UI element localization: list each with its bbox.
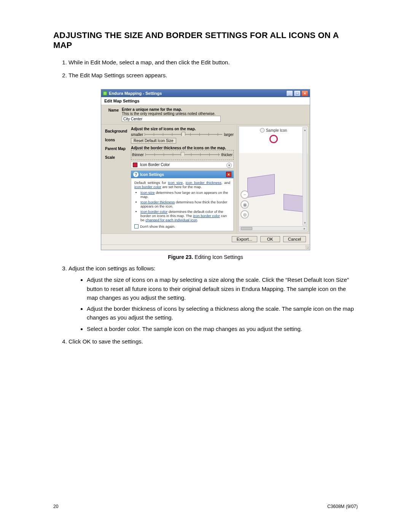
sample-icon-label: Sample Icon — [266, 128, 287, 133]
sample-chip-icon — [260, 128, 264, 133]
map-name-input[interactable] — [122, 116, 221, 122]
link-icon-border-thickness[interactable]: icon border thickness — [186, 181, 221, 185]
help-icon: ? — [133, 172, 139, 177]
link-icon-border-color[interactable]: icon border color — [134, 185, 161, 189]
dialog-header: Edit Map Settings — [101, 97, 310, 105]
instruction-list-cont: Adjust the icon settings as follows: Adj… — [53, 264, 358, 346]
preview-map-bg — [239, 153, 308, 232]
dialog-footer: Export... OK Cancel — [101, 233, 310, 244]
preview-column: Sample Icon + − ◉ ⊕ ▴▾ — [237, 125, 310, 233]
preview-horizontal-scrollbar[interactable]: ◂▸ — [240, 226, 307, 231]
border-color-row[interactable]: Icon Border Color ▾ — [131, 161, 234, 168]
minimize-icon[interactable]: _ — [286, 90, 293, 96]
info-panel-header: ? Icon Settings × — [131, 171, 234, 178]
resize-grip-icon[interactable] — [101, 244, 310, 250]
dont-show-label: Don't show this again. — [140, 224, 175, 228]
border-color-label: Icon Border Color — [140, 163, 170, 167]
nav-scale[interactable]: Scale — [105, 153, 131, 162]
map-preview[interactable]: Sample Icon + − ◉ ⊕ ▴▾ — [239, 126, 308, 232]
thicker-label: thicker — [221, 153, 233, 157]
sample-icon — [269, 135, 278, 143]
window-title: Endura Mapping - Settings — [109, 91, 285, 96]
name-label: Name — [105, 107, 119, 122]
name-instruction: Enter a unique name for the map. — [122, 107, 306, 112]
thinner-label: thinner — [132, 153, 144, 157]
border-color-swatch-icon — [133, 163, 137, 167]
globe-tool-icon[interactable]: ◉ — [241, 200, 249, 209]
doc-id: C3608M (9/07) — [327, 504, 358, 509]
bullet-1: Adjust the size of icons on a map by sel… — [87, 275, 358, 302]
maximize-icon[interactable]: □ — [294, 90, 301, 96]
info-title: Icon Settings — [140, 173, 164, 177]
info-bullet-3: Icon border color determines the default… — [140, 209, 230, 222]
reset-default-icon-size-button[interactable]: Reset Default Icon Size — [131, 138, 176, 144]
settings-dialog: Endura Mapping - Settings _ □ × Edit Map… — [101, 89, 310, 250]
icon-size-title: Adjust the size of icons on the map. — [131, 127, 234, 131]
info-bullet-1: Icon size determines how large an icon a… — [140, 190, 230, 199]
export-button[interactable]: Export... — [232, 236, 257, 242]
name-note: This is the only required setting unless… — [122, 112, 306, 116]
bullet-3: Select a border color. The sample icon o… — [87, 324, 358, 333]
size-smaller-label: smaller — [131, 133, 143, 137]
zoom-out-icon[interactable]: − — [241, 190, 249, 199]
page-footer: 20 C3608M (9/07) — [53, 504, 358, 509]
link-icon-size[interactable]: icon size — [168, 181, 183, 185]
nav-icons[interactable]: Icons — [105, 136, 131, 144]
info-bullet-2: Icon border thickness determines how thi… — [140, 200, 230, 208]
bullet-2: Adjust the border thickness of icons by … — [87, 304, 358, 322]
border-thickness-title: Adjust the border thickness of the icons… — [131, 146, 234, 150]
info-panel-body: Default settings for icon size, icon bor… — [131, 178, 234, 231]
cancel-button[interactable]: Cancel — [283, 236, 306, 242]
titlebar[interactable]: Endura Mapping - Settings _ □ × — [101, 89, 310, 97]
size-larger-label: larger — [224, 133, 234, 137]
step-1: While in Edit Mode, select a map, and th… — [68, 58, 358, 67]
preview-vertical-scrollbar[interactable]: ▴▾ — [303, 127, 307, 225]
instruction-list: While in Edit Mode, select a map, and th… — [53, 58, 358, 80]
border-thickness-slider[interactable] — [145, 152, 220, 157]
icon-size-slider[interactable] — [145, 132, 222, 137]
step-2: The Edit Map Settings screen appears. — [68, 71, 358, 80]
page-number: 20 — [53, 504, 58, 509]
figure-caption: Figure 23. Editing Icon Settings — [53, 254, 358, 260]
nav-parent-map[interactable]: Parent Map — [105, 144, 131, 153]
ok-button[interactable]: OK — [260, 236, 280, 242]
close-icon[interactable]: × — [301, 90, 308, 96]
section-heading: ADJUSTING THE SIZE AND BORDER SETTINGS F… — [53, 30, 358, 50]
chevron-down-icon[interactable]: ▾ — [226, 163, 232, 168]
world-icon[interactable]: ⊕ — [241, 210, 249, 219]
icon-settings-panel: Adjust the size of icons on the map. sma… — [131, 125, 237, 233]
info-close-icon[interactable]: × — [226, 172, 231, 177]
app-icon — [103, 91, 107, 96]
step-4: Click OK to save the settings. — [68, 337, 358, 346]
settings-nav: Background Icons Parent Map Scale — [101, 125, 131, 233]
name-group: Name Enter a unique name for the map. Th… — [101, 105, 310, 125]
info-text: Default settings for — [134, 181, 168, 185]
step-3: Adjust the icon settings as follows: Adj… — [68, 264, 358, 333]
nav-background[interactable]: Background — [105, 127, 131, 136]
dont-show-checkbox[interactable] — [134, 224, 139, 228]
